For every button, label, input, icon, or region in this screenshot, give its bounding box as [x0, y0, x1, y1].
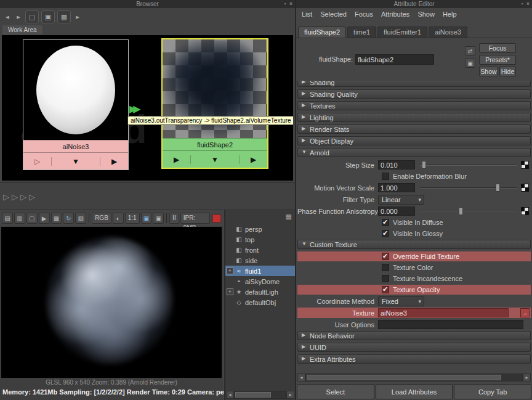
outliner-item-aiskydome[interactable]: ◓ aiSkyDome: [225, 276, 295, 287]
close-window-icon[interactable]: ×: [289, 0, 292, 8]
outliner-item-defaultlightset[interactable]: + ★ defaultLigh: [225, 287, 295, 297]
attribute-editor-titlebar[interactable]: Attribute Editor ▫ ×: [296, 0, 532, 8]
outliner-item-front[interactable]: ◧ front: [225, 245, 295, 255]
float-window-icon[interactable]: ▫: [284, 0, 286, 8]
outliner-item-side[interactable]: ◧ side: [225, 255, 295, 266]
slider-handle[interactable]: [422, 161, 426, 169]
menu-focus[interactable]: Focus: [355, 10, 373, 18]
menu-list[interactable]: List: [302, 10, 312, 18]
node-expand-icon[interactable]: ▼: [52, 157, 100, 166]
float-window-icon[interactable]: ▫: [522, 0, 523, 8]
browser-titlebar[interactable]: Browser ▫ ×: [0, 0, 295, 8]
node-expand-icon[interactable]: ▼: [191, 155, 239, 164]
section-custom-texture[interactable]: ▼Custom Texture: [297, 240, 531, 249]
redo-render-icon[interactable]: ▥: [14, 213, 25, 224]
visible-in-glossy-checkbox[interactable]: [382, 230, 389, 237]
scroll-left-icon[interactable]: ◂: [226, 391, 234, 399]
enable-deformation-blur-checkbox[interactable]: [382, 173, 389, 180]
ainoise3-node-title[interactable]: aiNoise3: [23, 140, 128, 152]
section-shading[interactable]: ▶Shading: [297, 81, 531, 87]
presets-button[interactable]: Presets*: [479, 55, 516, 65]
alpha-channel-icon[interactable]: ◐: [113, 213, 124, 224]
menu-selected[interactable]: Selected: [320, 10, 347, 18]
pin-icon[interactable]: ▸: [73, 10, 82, 23]
focus-button[interactable]: Focus: [479, 43, 516, 53]
scroll-left-icon[interactable]: ◂: [297, 373, 305, 382]
outliner-menu-icon[interactable]: ▦: [286, 213, 292, 221]
rendered-image[interactable]: [1, 227, 222, 378]
attribute-editor-hscrollbar[interactable]: ◂ ▸: [297, 373, 531, 382]
remove-image-icon[interactable]: ▣: [153, 213, 164, 224]
texture-field[interactable]: [378, 308, 509, 317]
override-fluid-texture-checkbox[interactable]: [382, 253, 389, 260]
node-graph-area[interactable]: arnold aiNoise3 ▷ ▼ ▶ fluidShape2 ▶: [2, 35, 293, 181]
outliner-item-top[interactable]: ◧ top: [225, 234, 295, 245]
render-icon[interactable]: ▤: [2, 213, 13, 224]
step-size-field[interactable]: [378, 160, 415, 169]
section-shading-quality[interactable]: ▶Shading Quality: [297, 89, 531, 99]
scroll-track[interactable]: [305, 373, 523, 382]
snapshot-icon[interactable]: ▦: [51, 213, 62, 224]
outliner-item-persp[interactable]: ◧ persp: [225, 224, 295, 234]
outliner-item-fluid1[interactable]: + ≈ fluid1: [225, 266, 295, 276]
filter-type-dropdown[interactable]: Linear ▾: [378, 195, 424, 205]
connection-arrow-icon[interactable]: ▶▶: [129, 103, 137, 115]
section-extra-attributes[interactable]: ▶Extra Attributes: [297, 354, 531, 364]
phase-function-anisotropy-field[interactable]: [378, 206, 415, 216]
copy-tab-icon[interactable]: ▣: [465, 59, 475, 68]
connection-icon[interactable]: →: [520, 308, 530, 317]
load-attributes-button[interactable]: Load Attributes: [376, 384, 453, 399]
map-texture-icon[interactable]: [521, 184, 529, 192]
scroll-track[interactable]: [234, 391, 286, 399]
visible-in-diffuse-checkbox[interactable]: [382, 219, 389, 226]
texture-opacity-checkbox[interactable]: [382, 286, 389, 293]
swap-nodes-icon[interactable]: ⇄: [465, 46, 475, 55]
node-ainoise3[interactable]: aiNoise3 ▷ ▼ ▶: [23, 39, 129, 170]
section-lighting[interactable]: ▶Lighting: [297, 113, 531, 122]
section-render-stats[interactable]: ▶Render Stats: [297, 124, 531, 134]
graph-materials-icon[interactable]: ▣: [41, 10, 55, 23]
render-region-icon[interactable]: ▢: [26, 213, 38, 224]
fluidshape2-node-title[interactable]: fluidShape2: [163, 138, 267, 150]
tab-time1[interactable]: time1: [347, 27, 376, 38]
scroll-handle[interactable]: [307, 375, 501, 380]
texture-color-checkbox[interactable]: [382, 264, 389, 271]
coordinate-method-dropdown[interactable]: Fixed ▾: [378, 296, 424, 306]
node-fluidshape2[interactable]: fluidShape2 ▶ ▼ ▶: [161, 38, 268, 169]
node-output-icon[interactable]: ▶: [239, 155, 267, 164]
node-input-icon[interactable]: ▷: [23, 157, 52, 166]
tab-ainoise3[interactable]: aiNoise3: [429, 27, 467, 38]
slider-handle[interactable]: [459, 207, 463, 215]
menu-help[interactable]: Help: [443, 10, 457, 18]
motion-vector-scale-slider[interactable]: [420, 183, 517, 192]
keep-image-icon[interactable]: ▧: [75, 213, 86, 224]
menu-attributes[interactable]: Attributes: [381, 10, 409, 18]
expand-icon[interactable]: +: [227, 267, 233, 274]
tab-fluidshape2[interactable]: fluidShape2: [298, 27, 346, 38]
tab-work-area[interactable]: Work Area: [2, 25, 42, 35]
pause-ipr-button[interactable]: II: [169, 213, 179, 224]
back-icon[interactable]: ◂: [3, 10, 12, 23]
close-window-icon[interactable]: ×: [526, 0, 530, 8]
step-size-slider[interactable]: [420, 160, 517, 169]
expand-icon[interactable]: +: [227, 288, 233, 295]
user-options-field[interactable]: [378, 320, 523, 329]
section-textures[interactable]: ▶Textures: [297, 101, 531, 110]
section-object-display[interactable]: ▶Object Display: [297, 136, 531, 145]
section-node-behavior[interactable]: ▶Node Behavior: [297, 331, 531, 340]
rearrange-graph-icon[interactable]: ▦: [57, 10, 71, 23]
phase-function-anisotropy-slider[interactable]: [420, 206, 517, 216]
menu-show[interactable]: Show: [417, 10, 435, 18]
refresh-icon[interactable]: ↻: [63, 213, 74, 224]
ratio-button[interactable]: 1:1: [125, 213, 140, 224]
motion-vector-scale-field[interactable]: [378, 183, 415, 192]
slider-handle[interactable]: [496, 184, 500, 192]
texture-incandescence-checkbox[interactable]: [382, 275, 389, 282]
scroll-right-icon[interactable]: ▸: [286, 391, 294, 399]
scroll-handle[interactable]: [235, 392, 271, 398]
map-texture-icon[interactable]: [521, 207, 529, 215]
section-arnold[interactable]: ▼Arnold: [297, 148, 531, 157]
clear-graph-icon[interactable]: ▢: [25, 10, 39, 23]
node-name-field[interactable]: [355, 54, 434, 65]
scroll-right-icon[interactable]: ▸: [523, 373, 531, 382]
